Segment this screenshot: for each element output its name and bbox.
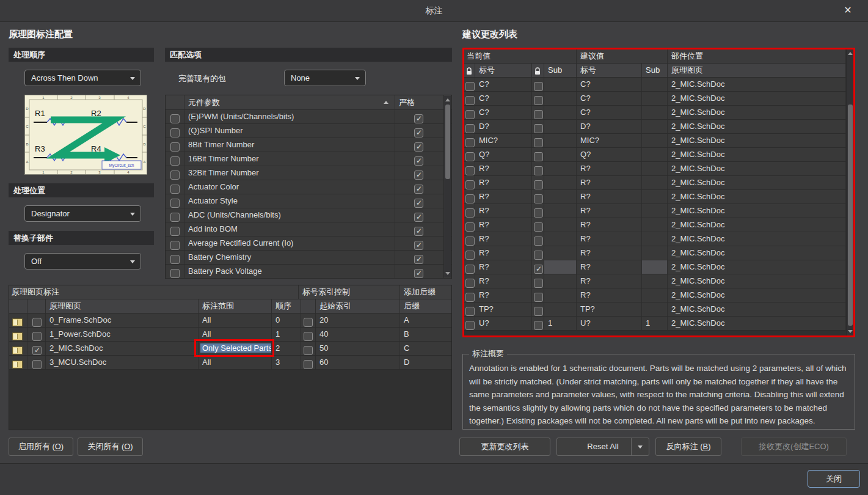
param-checkbox[interactable] <box>170 255 180 264</box>
change-checkbox[interactable] <box>465 307 475 316</box>
change-row[interactable]: R?R?2_MIC.SchDoc <box>464 162 853 176</box>
param-row[interactable]: (E)PWM (Units/Channels/bits) <box>166 110 451 124</box>
suffix-cell[interactable]: B <box>400 328 451 341</box>
scroll-down-icon[interactable] <box>445 272 450 275</box>
change-checkbox[interactable] <box>465 138 475 147</box>
suffix-column-header[interactable]: 后缀 <box>400 299 451 313</box>
sub-checkbox[interactable] <box>534 251 543 260</box>
strict-checkbox[interactable] <box>414 142 423 152</box>
sub-checkbox[interactable] <box>534 293 543 302</box>
update-change-list-button[interactable]: 更新更改列表 <box>459 438 550 456</box>
order-column-header[interactable]: 顺序 <box>272 299 301 313</box>
scope-cell[interactable]: All <box>199 328 272 341</box>
start-index-cell[interactable]: 60 <box>316 356 400 369</box>
param-row[interactable]: Actuator Style <box>166 194 451 208</box>
order-cell[interactable]: 1 <box>272 328 301 341</box>
sub-checkbox[interactable] <box>534 124 543 133</box>
change-row[interactable]: TP?TP?2_MIC.SchDoc <box>464 302 853 317</box>
change-table-scrollbar[interactable] <box>846 50 853 336</box>
param-row[interactable]: Battery Chemistry <box>166 251 451 265</box>
scrollbar-thumb[interactable] <box>445 105 450 179</box>
change-checkbox[interactable] <box>465 208 475 218</box>
scroll-down-icon[interactable] <box>848 330 853 333</box>
sub-checkbox[interactable] <box>534 152 543 161</box>
scroll-up-icon[interactable] <box>445 98 450 101</box>
start-index-cell[interactable]: 50 <box>316 342 400 355</box>
change-row[interactable]: R?R?2_MIC.SchDoc <box>464 246 853 260</box>
strict-column-header[interactable]: 严格 <box>395 95 444 109</box>
proposed-sub-column-header[interactable]: Sub <box>642 64 668 77</box>
sub-checkbox[interactable] <box>534 307 543 316</box>
strict-checkbox[interactable] <box>414 199 423 208</box>
param-table-scrollbar[interactable] <box>443 96 451 277</box>
change-row[interactable]: R?R?2_MIC.SchDoc <box>464 288 853 302</box>
change-row[interactable]: C?C?2_MIC.SchDoc <box>464 92 853 106</box>
sheet-enable-checkbox[interactable] <box>32 346 42 355</box>
disable-all-button[interactable]: 关闭所有 (O) <box>78 438 143 456</box>
index-checkbox[interactable] <box>304 360 313 369</box>
index-checkbox[interactable] <box>304 346 313 355</box>
strict-checkbox[interactable] <box>414 170 423 180</box>
order-cell[interactable]: 2 <box>272 342 301 355</box>
index-checkbox[interactable] <box>304 332 313 341</box>
param-checkbox[interactable] <box>170 156 180 166</box>
processing-order-dropdown[interactable]: Across Then Down <box>24 70 141 86</box>
scope-cell[interactable]: All <box>199 314 272 327</box>
change-checkbox[interactable] <box>465 265 475 274</box>
param-row[interactable]: Add into BOM <box>166 222 451 237</box>
order-cell[interactable]: 3 <box>272 356 301 369</box>
param-checkbox[interactable] <box>170 227 180 236</box>
change-checkbox[interactable] <box>465 124 475 133</box>
change-row[interactable]: R?R?2_MIC.SchDoc <box>464 274 853 288</box>
param-row[interactable]: (Q)SPI Number <box>166 124 451 138</box>
proposed-designator-column-header[interactable]: 标号 <box>577 64 642 77</box>
change-row[interactable]: R?R?2_MIC.SchDoc <box>464 204 853 218</box>
change-row[interactable]: R?R?2_MIC.SchDoc <box>464 176 853 190</box>
change-checkbox[interactable] <box>465 222 475 232</box>
change-checkbox[interactable] <box>465 237 475 246</box>
sub-checkbox[interactable] <box>534 194 543 204</box>
param-row[interactable]: Battery Pack Voltage <box>166 265 451 279</box>
current-sub-column-header[interactable]: Sub <box>544 64 577 77</box>
param-checkbox[interactable] <box>170 269 180 278</box>
sheet-enable-checkbox[interactable] <box>32 360 42 369</box>
sheet-row[interactable]: 2_MIC.SchDocOnly Selected Parts250C <box>9 342 451 356</box>
sheet-enable-checkbox[interactable] <box>32 332 42 341</box>
param-checkbox[interactable] <box>170 241 180 250</box>
strict-checkbox[interactable] <box>414 241 423 250</box>
change-checkbox[interactable] <box>465 293 475 302</box>
change-checkbox[interactable] <box>465 279 475 288</box>
param-checkbox[interactable] <box>170 170 180 180</box>
param-checkbox[interactable] <box>170 142 180 152</box>
start-index-column-header[interactable]: 起始索引 <box>316 299 400 313</box>
scope-column-header[interactable]: 标注范围 <box>199 299 272 313</box>
sheet-row[interactable]: 1_Power.SchDocAll140B <box>9 328 451 342</box>
param-checkbox[interactable] <box>170 213 180 222</box>
back-annotate-button[interactable]: 反向标注 (B) <box>655 438 721 456</box>
reset-all-button[interactable]: Reset All <box>556 438 649 456</box>
sub-checkbox[interactable] <box>534 82 543 91</box>
change-row[interactable]: Q?Q?2_MIC.SchDoc <box>464 148 853 162</box>
strict-checkbox[interactable] <box>414 128 423 138</box>
sub-checkbox[interactable] <box>534 138 543 147</box>
sub-checkbox[interactable] <box>534 96 543 105</box>
order-cell[interactable]: 0 <box>272 314 301 327</box>
start-index-cell[interactable]: 20 <box>316 314 400 327</box>
close-button[interactable]: 关闭 <box>808 470 860 488</box>
scrollbar-thumb[interactable] <box>848 105 853 326</box>
reset-all-dropdown-icon[interactable] <box>631 438 649 455</box>
change-checkbox[interactable] <box>465 110 475 119</box>
change-row[interactable]: R?R?2_MIC.SchDoc <box>464 232 853 246</box>
sheet-name-column-header[interactable]: 原理图页 <box>46 299 199 313</box>
sheet-row[interactable]: 0_Frame.SchDocAll020A <box>9 314 451 328</box>
sub-checkbox[interactable] <box>534 180 543 189</box>
change-row[interactable]: U?1U?12_MIC.SchDoc <box>464 317 853 331</box>
change-checkbox[interactable] <box>465 166 475 175</box>
enable-all-button[interactable]: 启用所有 (O) <box>9 438 73 456</box>
location-sheet-column-header[interactable]: 原理图页 <box>668 64 846 77</box>
sub-checkbox[interactable] <box>534 237 543 246</box>
sheet-enable-checkbox[interactable] <box>32 318 42 327</box>
change-row[interactable]: R?R?2_MIC.SchDoc <box>464 190 853 204</box>
change-checkbox[interactable] <box>465 152 475 161</box>
param-row[interactable]: ADC (Units/Channels/bits) <box>166 208 451 222</box>
